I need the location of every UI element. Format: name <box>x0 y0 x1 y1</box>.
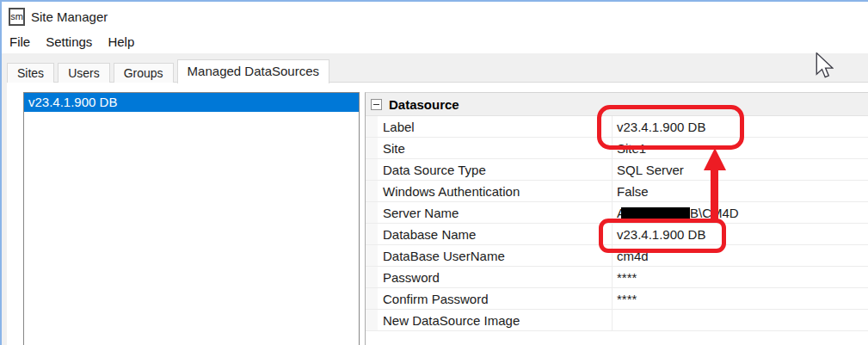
category-row-datasource[interactable]: Datasource <box>366 93 868 116</box>
value-text: v23.4.1.900 DB <box>617 120 705 134</box>
property-row-server-name[interactable]: Server Name AB\CM4D <box>366 202 868 224</box>
value-text: False <box>617 184 649 199</box>
property-row-windows-authentication[interactable]: Windows Authentication False <box>366 181 868 202</box>
value-text: Site1 <box>617 141 646 156</box>
menu-item-settings[interactable]: Settings <box>38 31 100 53</box>
tab-sites[interactable]: Sites <box>7 63 54 83</box>
tab-strip: SitesUsersGroupsManaged DataSources <box>7 53 868 83</box>
property-name: Label <box>378 116 613 137</box>
property-value[interactable]: cm4d <box>613 249 868 263</box>
property-value[interactable]: Site1 <box>613 141 868 156</box>
tab-groups[interactable]: Groups <box>114 63 174 83</box>
property-name: Windows Authentication <box>378 181 613 201</box>
property-name: Database Name <box>378 224 613 244</box>
property-name: Site <box>378 138 613 158</box>
window-border-left <box>0 0 2 345</box>
value-text: B\CM4D <box>690 206 739 220</box>
value-text: SQL Server <box>617 163 684 177</box>
menu-item-file[interactable]: File <box>2 31 38 53</box>
site-manager-window: sm Site Manager FileSettingsHelp SitesUs… <box>0 0 868 345</box>
datasource-list[interactable]: v23.4.1.900 DB <box>23 92 360 345</box>
property-value[interactable]: SQL Server <box>613 163 868 177</box>
row-gutter <box>366 202 378 223</box>
property-rows: Label v23.4.1.900 DB Site Site1 Data Sou… <box>366 116 868 331</box>
redaction-box <box>621 207 690 219</box>
property-row-password[interactable]: Password **** <box>366 267 868 288</box>
app-icon: sm <box>9 8 25 26</box>
category-label: Datasource <box>389 97 459 112</box>
row-gutter <box>366 310 378 330</box>
property-row-database-username[interactable]: DataBase UserName cm4d <box>366 245 868 267</box>
row-gutter <box>366 245 378 266</box>
menu-item-help[interactable]: Help <box>100 31 142 53</box>
row-gutter <box>366 288 378 309</box>
property-name: New DataSource Image <box>378 310 613 330</box>
list-item[interactable]: v23.4.1.900 DB <box>24 93 359 112</box>
title-bar: sm Site Manager <box>2 2 868 31</box>
property-value[interactable]: **** <box>613 292 868 306</box>
value-text: v23.4.1.900 DB <box>617 227 705 242</box>
property-grid: Datasource Label v23.4.1.900 DB Site Sit… <box>365 92 868 345</box>
value-text: **** <box>617 270 637 285</box>
property-value[interactable]: v23.4.1.900 DB <box>613 227 868 242</box>
menu-bar: FileSettingsHelp <box>2 31 868 53</box>
row-gutter <box>366 159 378 180</box>
property-name: Confirm Password <box>378 288 613 309</box>
property-row-site[interactable]: Site Site1 <box>366 138 868 159</box>
property-row-confirm-password[interactable]: Confirm Password **** <box>366 288 868 310</box>
row-gutter <box>366 267 378 287</box>
value-text: **** <box>617 292 637 306</box>
row-gutter <box>366 116 378 137</box>
property-value[interactable]: False <box>613 184 868 199</box>
property-row-label[interactable]: Label v23.4.1.900 DB <box>366 116 868 138</box>
property-name: Data Source Type <box>378 159 613 180</box>
row-gutter <box>366 138 378 158</box>
property-row-new-datasource-image[interactable]: New DataSource Image <box>366 310 868 331</box>
row-gutter <box>366 181 378 201</box>
property-name: Server Name <box>378 202 613 223</box>
property-value[interactable]: AB\CM4D <box>613 206 868 220</box>
property-row-data-source-type[interactable]: Data Source Type SQL Server <box>366 159 868 181</box>
value-text: cm4d <box>617 249 649 263</box>
row-gutter <box>366 224 378 244</box>
window-title: Site Manager <box>31 9 108 24</box>
tab-managed-datasources[interactable]: Managed DataSources <box>177 59 329 83</box>
property-row-database-name[interactable]: Database Name v23.4.1.900 DB <box>366 224 868 245</box>
window-border-top <box>0 0 868 2</box>
property-name: DataBase UserName <box>378 245 613 266</box>
property-name: Password <box>378 267 613 287</box>
property-value[interactable]: v23.4.1.900 DB <box>613 120 868 134</box>
tab-users[interactable]: Users <box>58 63 110 83</box>
property-value[interactable]: **** <box>613 270 868 285</box>
collapse-minus-icon[interactable] <box>371 99 382 110</box>
